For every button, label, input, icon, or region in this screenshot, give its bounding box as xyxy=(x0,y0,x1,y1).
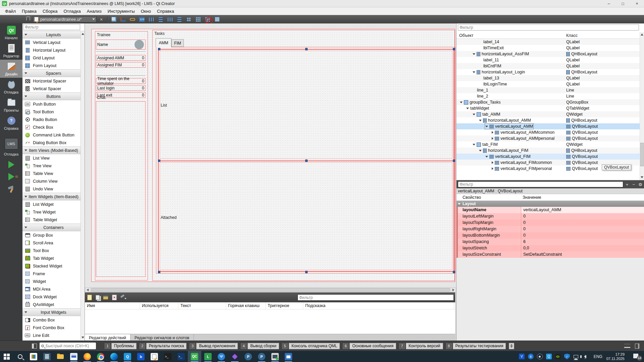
q-app-icon[interactable]: Q xyxy=(121,351,134,362)
widget-item-tree-widget[interactable]: Tree Widget xyxy=(22,208,85,216)
notification-center-button[interactable]: 14 xyxy=(633,354,641,360)
mode-редактор[interactable]: Редактор xyxy=(0,42,22,60)
property-value[interactable]: 0 xyxy=(521,226,644,232)
mode-отладка[interactable]: Отладка xyxy=(0,78,22,96)
action-filter-input[interactable]: Фильтр xyxy=(298,294,454,301)
chevron-down-icon[interactable] xyxy=(473,144,475,145)
widget-item-line-edit[interactable]: AB)Line Edit xyxy=(22,331,85,339)
inspector-row-horizontalLayout_AMM[interactable]: horizontalLayout_AMMQHBoxLayout xyxy=(457,117,640,123)
widget-item-combo-box[interactable]: Combo Box xyxy=(22,316,85,324)
widget-item-frame[interactable]: Frame xyxy=(22,270,85,278)
widget-item-push-button[interactable]: OKPush Button xyxy=(22,100,85,108)
edit-tab-order-icon[interactable]: 123 xyxy=(138,16,146,23)
scrollbar-thumb[interactable] xyxy=(640,143,644,166)
edge-icon[interactable] xyxy=(107,351,121,362)
start-button[interactable] xyxy=(0,351,13,362)
widget-item-widget[interactable]: Widget xyxy=(22,278,85,285)
avatar[interactable] xyxy=(135,40,144,49)
widget-section-item-widgets-item-based-[interactable]: Item Widgets (Item-Based) xyxy=(22,193,85,200)
add-dynamic-property-button[interactable]: + xyxy=(625,182,630,187)
file-explorer-icon[interactable] xyxy=(54,351,67,362)
output-pane-1[interactable]: 1Проблемы xyxy=(105,343,137,349)
configure-actions-icon[interactable] xyxy=(120,294,126,301)
property-row-layoutStretch[interactable]: layoutStretch0,0 xyxy=(457,245,644,251)
widget-item-tool-button[interactable]: Tool Button xyxy=(22,108,85,116)
debug-run-button[interactable] xyxy=(8,173,14,180)
calculator-icon[interactable] xyxy=(40,351,54,362)
postgresql-icon-2[interactable]: P xyxy=(255,351,268,362)
chevron-right-icon[interactable] xyxy=(492,161,493,164)
vertical-layout-amm-common[interactable] xyxy=(160,51,452,159)
property-value[interactable]: 0 xyxy=(521,220,644,226)
clock[interactable]: 17:29 07.11.2025 xyxy=(606,352,625,361)
output-pane-3[interactable]: 3Вывод приложения xyxy=(190,343,238,349)
widget-item-horizontal-layout[interactable]: Horizontal Layout xyxy=(22,46,85,54)
kit-selector[interactable]: LMS xyxy=(5,138,18,149)
canvas-horizontal-scrollbar[interactable] xyxy=(85,287,456,292)
tab-редактор-действий[interactable]: Редактор действий xyxy=(85,334,130,341)
layout-vertical-icon[interactable] xyxy=(157,16,165,23)
inspector-row-horizontalLayout_Login[interactable]: horizontalLayout_LoginQHBoxLayout xyxy=(457,69,640,75)
scroll-down-icon[interactable] xyxy=(641,176,643,178)
chevron-right-icon[interactable] xyxy=(492,167,493,170)
mode-начало[interactable]: QtНачало xyxy=(0,23,22,42)
inspector-row-lblCntFIM[interactable]: lblCntFIMQLabel xyxy=(457,63,640,69)
maximize-button[interactable]: □ xyxy=(616,0,630,7)
inspector-row-label_11[interactable]: label_11QLabel xyxy=(457,57,640,63)
layout-form-icon[interactable] xyxy=(185,16,193,23)
chat-list-widget[interactable] xyxy=(96,101,146,277)
inspector-row-lblLoginTime[interactable]: lblLoginTimeQLabel xyxy=(457,81,640,87)
inspector-row-label_13[interactable]: label_13QLabel xyxy=(457,75,640,81)
security-shield-icon[interactable]: ✓ xyxy=(562,351,572,362)
output-pane-8[interactable]: 8Результаты тестирования xyxy=(446,343,506,349)
action-table-body[interactable] xyxy=(85,309,455,334)
fork-app-icon[interactable]: Ψ xyxy=(215,351,228,362)
open-document-selector[interactable]: personalcardtrainee.ui* xyxy=(33,16,97,22)
menu-item-отладка[interactable]: Отладка xyxy=(60,8,84,15)
property-value[interactable]: 6 xyxy=(521,239,644,245)
output-pane-7[interactable]: 7Контроль версий xyxy=(399,343,443,349)
output-pane-5[interactable]: 5Консоль отладчика QML xyxy=(282,343,340,349)
postgresql-icon[interactable]: P xyxy=(241,351,255,362)
action-column-1[interactable]: Имя xyxy=(85,302,140,309)
attached-label[interactable]: Attached xyxy=(161,215,176,220)
inspector-row-groupBox_Tasks[interactable]: groupBox_TasksQGroupBox xyxy=(457,99,640,105)
widget-item-column-view[interactable]: Column View xyxy=(22,177,85,185)
stat-row-last-login[interactable]: Last login0 xyxy=(96,85,146,91)
inspector-row-line_2[interactable]: line_2Line xyxy=(457,93,640,99)
steam-icon[interactable] xyxy=(535,351,544,362)
inspector-row-lblTimeExit[interactable]: lblTimeExitQLabel xyxy=(457,45,640,51)
property-row-layoutRightMargin[interactable]: layoutRightMargin0 xyxy=(457,226,644,232)
property-value[interactable]: 0,0 xyxy=(521,245,644,251)
inspector-row-verticalLayout_AMMcommon[interactable]: verticalLayout_AMMcommonQVBoxLayout xyxy=(457,129,640,135)
chat-label[interactable]: Chat xyxy=(97,95,105,100)
powershell-icon[interactable]: >_ xyxy=(174,351,188,362)
remote-desktop-icon[interactable] xyxy=(268,351,282,362)
property-row-layoutTopMargin[interactable]: layoutTopMargin0 xyxy=(457,220,644,226)
property-row-layoutSizeConstraint[interactable]: layoutSizeConstraintSetDefaultConstraint xyxy=(457,251,644,258)
property-row-layoutLeftMargin[interactable]: layoutLeftMargin0 xyxy=(457,213,644,220)
mode-дизайн[interactable]: Дизайн xyxy=(0,60,22,78)
vertical-layout-amm-personal[interactable] xyxy=(160,162,452,270)
inspector-row-tab_FIM[interactable]: tab_FIMQWidget xyxy=(457,141,640,147)
chevron-right-icon[interactable] xyxy=(492,131,493,134)
output-pane-6[interactable]: 6Основные сообщения xyxy=(343,343,396,349)
widget-item-horizontal-spacer[interactable]: Horizontal Spacer xyxy=(22,77,85,85)
widget-item-grid-layout[interactable]: Grid Layout xyxy=(22,54,85,62)
selection-handle[interactable] xyxy=(158,160,160,162)
widget-item-vertical-spacer[interactable]: Vertical Spacer xyxy=(22,85,85,93)
edit-buddies-icon[interactable] xyxy=(128,16,137,23)
widget-item-tree-view[interactable]: Tree View xyxy=(22,162,85,170)
inspector-row-verticalLayout_FIM[interactable]: verticalLayout_FIMQVBoxLayout xyxy=(457,154,640,160)
locator-search[interactable]: Быстрый поиск (Ctrl+K) xyxy=(40,343,96,349)
inspector-row-label_14[interactable]: label_14QLabel xyxy=(457,39,640,45)
language-indicator[interactable]: ENG xyxy=(594,354,602,359)
tasks-group-title[interactable]: Tasks xyxy=(154,31,165,36)
output-pane-4[interactable]: 4Вывод сборки xyxy=(241,343,279,349)
network-icon[interactable] xyxy=(572,351,581,362)
configure-property-editor-button[interactable]: ⚙ xyxy=(638,182,643,187)
widget-item-stacked-widget[interactable]: Stacked Widget xyxy=(22,262,85,270)
scroll-up-icon[interactable] xyxy=(82,33,84,35)
menu-item-окно[interactable]: Окно xyxy=(138,8,154,15)
chevron-down-icon[interactable] xyxy=(473,114,475,115)
